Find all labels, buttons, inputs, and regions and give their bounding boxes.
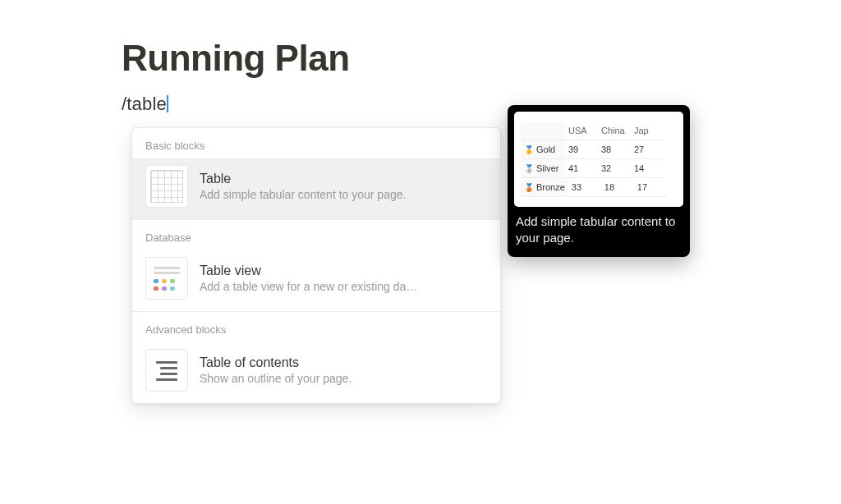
slash-command-input[interactable]: /table: [122, 94, 167, 115]
table-cell: 🥉Bronze: [521, 178, 568, 197]
table-cell: 32: [598, 159, 631, 178]
table-cell: 🥇Gold: [521, 140, 565, 159]
menu-section-label-advanced-blocks: Advanced blocks: [132, 312, 500, 342]
menu-item-table-of-contents[interactable]: Table of contents Show an outline of you…: [132, 342, 500, 403]
menu-item-description: Show an outline of your page.: [200, 372, 352, 385]
table-view-icon: [145, 257, 188, 300]
menu-item-description: Add a table view for a new or existing d…: [200, 280, 417, 293]
table-header-cell: Jap: [631, 121, 664, 140]
table-cell: 14: [631, 159, 664, 178]
table-cell: 🥈Silver: [521, 159, 565, 178]
table-grid-icon: [145, 165, 188, 208]
menu-item-title: Table: [200, 172, 406, 186]
page-title: Running Plan: [122, 38, 713, 79]
preview-caption: Add simple tabular content to your page.: [514, 213, 683, 250]
menu-section-label-basic-blocks: Basic blocks: [132, 128, 500, 158]
table-cell: 33: [568, 178, 601, 197]
table-cell: 17: [634, 178, 667, 197]
menu-item-title: Table view: [200, 263, 417, 278]
table-cell: 41: [565, 159, 598, 178]
page-content: Running Plan /table: [122, 38, 713, 115]
table-row: 🥈Silver 41 32 14: [521, 159, 673, 178]
menu-item-table[interactable]: Table Add simple tabular content to your…: [132, 158, 500, 219]
menu-item-table-view[interactable]: Table view Add a table view for a new or…: [132, 250, 500, 311]
preview-image: USA China Jap 🥇Gold 39 38 27 🥈Silver 41 …: [514, 112, 683, 207]
table-header-cell: USA: [565, 121, 598, 140]
table-cell: 27: [631, 140, 664, 159]
table-row: 🥇Gold 39 38 27: [521, 140, 673, 159]
table-row: 🥉Bronze 33 18 17: [521, 178, 673, 197]
menu-item-title: Table of contents: [200, 355, 352, 370]
table-cell: 39: [565, 140, 598, 159]
table-cell: 38: [598, 140, 631, 159]
menu-section-label-database: Database: [132, 220, 500, 250]
table-cell: 18: [601, 178, 634, 197]
preview-mini-table: USA China Jap 🥇Gold 39 38 27 🥈Silver 41 …: [521, 121, 673, 197]
toc-icon: [145, 349, 188, 392]
table-header-cell: [521, 121, 565, 140]
table-row: USA China Jap: [521, 121, 673, 140]
slash-menu: Basic blocks Table Add simple tabular co…: [131, 127, 501, 404]
menu-item-description: Add simple tabular content to your page.: [200, 188, 406, 201]
table-header-cell: China: [598, 121, 631, 140]
block-preview-tooltip: USA China Jap 🥇Gold 39 38 27 🥈Silver 41 …: [508, 105, 690, 257]
